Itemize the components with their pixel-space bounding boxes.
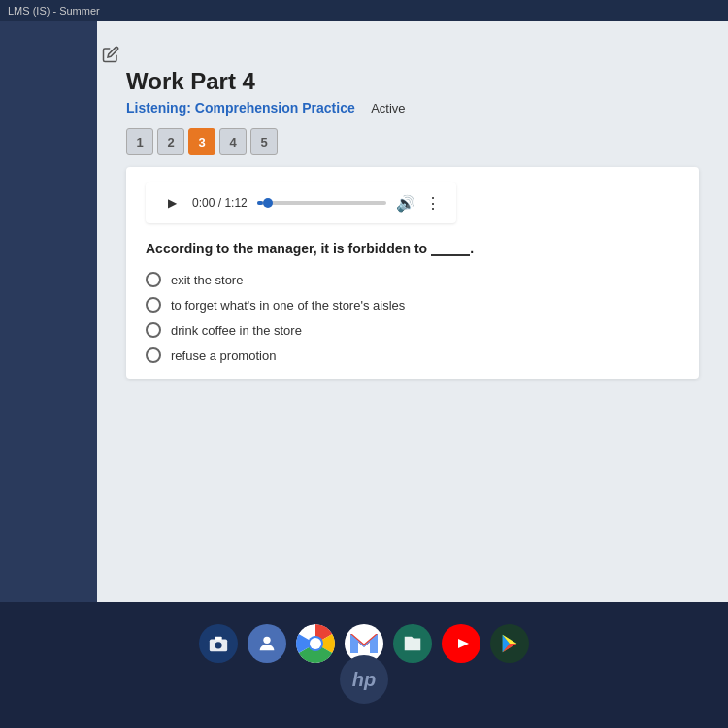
progress-fill: [257, 201, 264, 205]
dock-youtube-icon[interactable]: [442, 624, 480, 663]
play-button[interactable]: ▶: [161, 192, 182, 214]
radio-2[interactable]: [146, 297, 161, 313]
radio-4[interactable]: [146, 347, 161, 363]
radio-3[interactable]: [146, 322, 161, 338]
volume-icon[interactable]: 🔊: [396, 194, 415, 213]
more-options-icon[interactable]: ⋮: [425, 194, 441, 213]
q-tab-5[interactable]: 5: [250, 128, 278, 155]
q-tab-1[interactable]: 1: [126, 128, 153, 155]
svg-rect-2: [215, 637, 221, 641]
q-tab-2[interactable]: 2: [157, 128, 184, 155]
svg-point-6: [310, 638, 321, 649]
dock-playstore-icon[interactable]: [490, 624, 529, 663]
answer-options: exit the store to forget what's in one o…: [146, 272, 679, 363]
question-text: According to the manager, it is forbidde…: [146, 241, 679, 256]
status-badge: Active: [371, 101, 405, 116]
dock-chrome-icon[interactable]: [296, 624, 335, 663]
audio-player: ▶ 0:00 / 1:12 🔊 ⋮: [146, 182, 456, 223]
blank: [431, 254, 470, 256]
time-display: 0:00 / 1:12: [192, 196, 248, 210]
option-1[interactable]: exit the store: [146, 272, 679, 287]
hp-logo: hp: [340, 655, 388, 704]
dock-files-icon[interactable]: [393, 624, 432, 663]
left-sidebar: [0, 21, 97, 602]
svg-point-1: [215, 642, 221, 648]
edit-icon[interactable]: [97, 41, 124, 68]
top-bar: LMS (IS) - Summer: [0, 0, 728, 21]
option-4[interactable]: refuse a promotion: [146, 347, 679, 363]
content-area: Work Part 4 Listening: Comprehension Pra…: [0, 21, 728, 602]
q-tab-3[interactable]: 3: [188, 128, 215, 155]
laptop-bottom: hp: [0, 602, 728, 728]
question-tabs: 1 2 3 4 5: [126, 128, 699, 155]
page-subtitle: Listening: Comprehension Practice: [126, 100, 355, 116]
top-bar-title: LMS (IS) - Summer: [8, 5, 100, 17]
main-content: Work Part 4 Listening: Comprehension Pra…: [97, 21, 728, 602]
q-tab-4[interactable]: 4: [219, 128, 247, 155]
progress-thumb: [263, 198, 273, 208]
page-title: Work Part 4: [126, 68, 699, 95]
progress-bar[interactable]: [257, 201, 386, 205]
dock-contacts-icon[interactable]: [248, 624, 286, 663]
dock-camera-icon[interactable]: [199, 624, 238, 663]
option-3[interactable]: drink coffee in the store: [146, 322, 679, 338]
svg-point-3: [263, 637, 270, 644]
radio-1[interactable]: [146, 272, 161, 287]
option-2[interactable]: to forget what's in one of the store's a…: [146, 297, 679, 313]
